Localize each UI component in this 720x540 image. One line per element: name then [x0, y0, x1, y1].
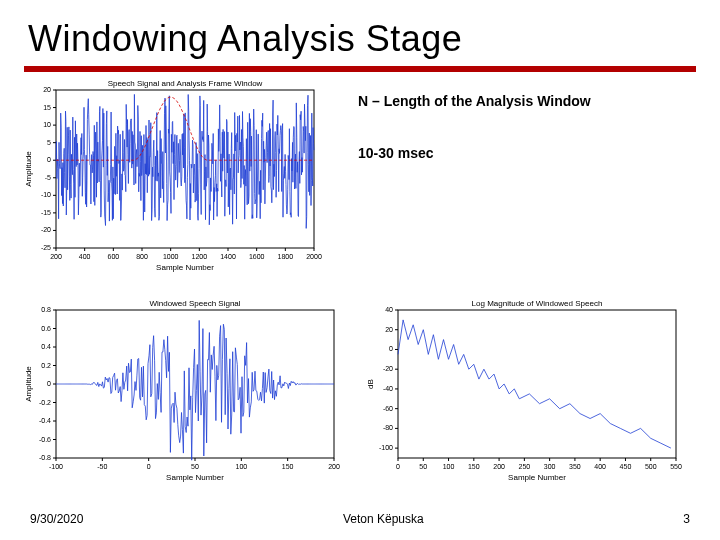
- svg-text:-20: -20: [383, 365, 393, 372]
- svg-text:200: 200: [328, 463, 340, 470]
- svg-text:400: 400: [594, 463, 606, 470]
- svg-text:200: 200: [50, 253, 62, 260]
- annotation-duration: 10-30 msec: [358, 145, 434, 161]
- chart-bottom-left: Windowed Speech SignalSample NumberAmpli…: [22, 294, 342, 484]
- svg-text:0: 0: [47, 156, 51, 163]
- footer-date: 9/30/2020: [30, 512, 83, 526]
- svg-text:0: 0: [147, 463, 151, 470]
- svg-text:-40: -40: [383, 385, 393, 392]
- svg-text:100: 100: [235, 463, 247, 470]
- svg-text:Log Magnitude of Windowed Spee: Log Magnitude of Windowed Speech: [472, 299, 603, 308]
- footer-page: 3: [683, 512, 690, 526]
- svg-text:1200: 1200: [192, 253, 208, 260]
- slide-footer: 9/30/2020 Veton Këpuska 3: [0, 512, 720, 526]
- svg-text:250: 250: [519, 463, 531, 470]
- svg-text:-0.2: -0.2: [39, 399, 51, 406]
- svg-text:1000: 1000: [163, 253, 179, 260]
- svg-rect-80: [398, 310, 676, 458]
- svg-text:-15: -15: [41, 209, 51, 216]
- svg-text:Windowed Speech Signal: Windowed Speech Signal: [149, 299, 240, 308]
- svg-text:0: 0: [47, 380, 51, 387]
- svg-text:Amplitude: Amplitude: [24, 366, 33, 402]
- svg-text:50: 50: [419, 463, 427, 470]
- svg-text:50: 50: [191, 463, 199, 470]
- svg-text:400: 400: [79, 253, 91, 260]
- svg-text:Sample Number: Sample Number: [156, 263, 214, 272]
- svg-text:100: 100: [443, 463, 455, 470]
- annotation-length: N – Length of the Analysis Window: [358, 93, 591, 109]
- svg-text:Sample Number: Sample Number: [166, 473, 224, 482]
- svg-text:-50: -50: [97, 463, 107, 470]
- svg-text:5: 5: [47, 139, 51, 146]
- svg-text:200: 200: [493, 463, 505, 470]
- svg-text:-60: -60: [383, 405, 393, 412]
- svg-text:-0.6: -0.6: [39, 436, 51, 443]
- svg-text:15: 15: [43, 104, 51, 111]
- svg-text:Sample Number: Sample Number: [508, 473, 566, 482]
- svg-text:800: 800: [136, 253, 148, 260]
- svg-text:550: 550: [670, 463, 682, 470]
- svg-text:-0.8: -0.8: [39, 454, 51, 461]
- footer-author: Veton Këpuska: [343, 512, 424, 526]
- svg-text:0: 0: [396, 463, 400, 470]
- svg-text:-10: -10: [41, 191, 51, 198]
- svg-text:450: 450: [620, 463, 632, 470]
- svg-text:300: 300: [544, 463, 556, 470]
- svg-text:600: 600: [107, 253, 119, 260]
- svg-text:-5: -5: [45, 174, 51, 181]
- svg-text:0.6: 0.6: [41, 325, 51, 332]
- svg-text:-0.4: -0.4: [39, 417, 51, 424]
- svg-text:150: 150: [468, 463, 480, 470]
- svg-text:-80: -80: [383, 424, 393, 431]
- content-area: N – Length of the Analysis Window 10-30 …: [28, 78, 692, 498]
- chart-top: Speech Signal and Analysis Frame WindowS…: [22, 74, 322, 274]
- svg-text:0: 0: [389, 345, 393, 352]
- svg-text:1400: 1400: [220, 253, 236, 260]
- slide-title: Windowing Analysis Stage: [28, 18, 692, 60]
- svg-text:1800: 1800: [278, 253, 294, 260]
- svg-text:-20: -20: [41, 226, 51, 233]
- svg-text:350: 350: [569, 463, 581, 470]
- svg-text:Amplitude: Amplitude: [24, 151, 33, 187]
- svg-text:20: 20: [43, 86, 51, 93]
- svg-text:-25: -25: [41, 244, 51, 251]
- svg-text:2000: 2000: [306, 253, 322, 260]
- chart-bottom-right: Log Magnitude of Windowed SpeechSample N…: [364, 294, 684, 484]
- svg-text:1600: 1600: [249, 253, 265, 260]
- svg-text:500: 500: [645, 463, 657, 470]
- svg-text:150: 150: [282, 463, 294, 470]
- svg-text:0.4: 0.4: [41, 343, 51, 350]
- svg-text:dB: dB: [366, 379, 375, 389]
- svg-text:Speech Signal and Analysis Fra: Speech Signal and Analysis Frame Window: [108, 79, 263, 88]
- svg-text:-100: -100: [49, 463, 63, 470]
- svg-text:40: 40: [385, 306, 393, 313]
- svg-text:-100: -100: [379, 444, 393, 451]
- svg-text:0.2: 0.2: [41, 362, 51, 369]
- svg-text:10: 10: [43, 121, 51, 128]
- svg-text:0.8: 0.8: [41, 306, 51, 313]
- svg-text:20: 20: [385, 326, 393, 333]
- title-underline: [24, 66, 696, 72]
